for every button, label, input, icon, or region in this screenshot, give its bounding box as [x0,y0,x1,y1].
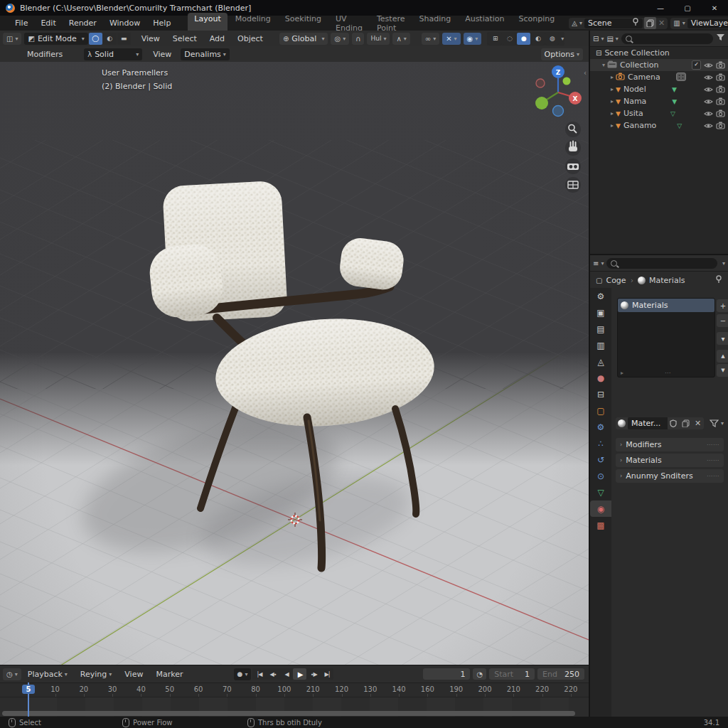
jump-to-end-button[interactable]: ▶| [320,668,333,680]
scene-field[interactable]: Scene [584,18,643,28]
menu-window[interactable]: Window [103,18,146,28]
properties-tab-view-layer[interactable]: ▥ [590,337,611,353]
properties-tab-tool[interactable]: ⚙ [590,288,611,304]
timeline-editor-button[interactable]: ◷▾ [3,668,21,680]
properties-editor-icon[interactable]: ≡ [593,259,599,267]
remove-slot-button[interactable]: − [717,314,728,327]
unlink-scene-icon[interactable]: ✕ [658,18,665,28]
snap-toggle[interactable]: ∩ [352,33,364,45]
prev-keyframe-button[interactable]: ◀∙ [266,668,279,680]
list-resize-grip[interactable]: ▸⋯ [618,368,714,377]
outliner-row-nama[interactable]: ▸▼Nama▼ [590,95,728,107]
viewport-menu-view[interactable]: View [135,34,166,43]
disable-render-camera-icon[interactable] [714,61,727,69]
browse-material-button[interactable] [616,417,628,429]
shading-rendered-button[interactable]: ◍ [545,33,559,45]
viewport-menu-add[interactable]: Add [203,34,231,43]
pin-icon[interactable] [632,18,639,28]
move-slot-down-button[interactable]: ▼ [717,364,728,377]
hide-eye-icon[interactable] [702,110,714,117]
menu-file[interactable]: File [9,18,34,28]
outliner-row-camena[interactable]: ▸Camena [590,71,728,83]
display-mode-icon[interactable]: ▤ [606,35,613,43]
breadcrumb-object[interactable]: Coge [606,276,626,285]
material-slot-row[interactable]: Materials [618,299,714,312]
menu-help[interactable]: Help [146,18,177,28]
hide-eye-icon[interactable] [702,86,714,93]
current-frame-field[interactable]: 1 [423,668,470,680]
tool-view-menu[interactable]: View [146,50,178,59]
region-collapse-icon[interactable]: ‹ [584,69,587,77]
timeline-scrollbar[interactable] [2,711,575,716]
gizmo-toggle[interactable]: ✕▾ [442,33,460,45]
viewport-menu-select[interactable]: Select [166,34,203,43]
hide-eye-icon[interactable] [702,62,714,69]
gizmo-plus-y[interactable] [563,77,571,85]
properties-tab-texture[interactable]: ▩ [590,517,611,533]
viewport-menu-object[interactable]: Object [231,34,269,43]
frame-end-field[interactable]: End250 [537,668,584,680]
shading-solid-sphere-icon[interactable]: ◌ [503,33,516,45]
disclosure-triangle-icon[interactable]: ▾ [600,62,607,68]
timeline-menu-marker[interactable]: Marker [149,670,189,679]
pin-icon[interactable] [715,275,722,286]
zoom-button[interactable] [565,122,581,137]
outliner-editor-icon[interactable]: ⊟ [593,35,599,43]
filter-icon[interactable] [716,33,725,43]
expand-arrow-icon[interactable]: ▸ [609,98,616,105]
properties-search-input[interactable] [606,258,717,269]
menu-render[interactable]: Render [63,18,103,28]
shading-material-button[interactable]: ◐ [531,33,545,45]
panel-header-modifiers[interactable]: ›Modifiers⋯⋯ [616,438,724,451]
outliner-row-ganamo[interactable]: ▸▼Ganamo▽ [590,119,728,132]
hide-eye-icon[interactable] [702,98,714,105]
scene-selector[interactable]: ◬▾ Scene ✕ [569,18,668,29]
unlink-material-icon[interactable]: ✕ [692,417,704,429]
face-select-toggle[interactable]: ▬ [117,33,131,45]
properties-tab-output[interactable]: ▤ [590,321,611,337]
options-dropdown[interactable]: Options▾ [541,48,583,60]
pivot-dropdown[interactable]: ◎▾ [331,33,349,45]
properties-tab-constraints[interactable]: ⊙ [590,468,611,484]
properties-tab-render[interactable]: ▣ [590,304,611,321]
expand-arrow-icon[interactable]: ▸ [609,110,616,117]
ortho-toggle-button[interactable] [565,177,581,193]
gizmo-minus-y[interactable] [535,97,548,109]
properties-tab-object-data[interactable]: ▽ [590,484,611,500]
close-button[interactable]: ✕ [701,0,728,16]
auto-key-button[interactable]: ●▾ [234,668,252,680]
outliner-row-collection[interactable]: ▾Collection✓ [590,59,728,71]
outliner-row-scene-collection[interactable]: ⊟Scene Collection [590,47,728,59]
breadcrumb-section[interactable]: Materials [649,276,685,285]
camera-view-button[interactable] [565,159,581,174]
properties-tab-modifiers[interactable]: ⚙ [590,419,611,435]
disable-render-camera-icon[interactable] [714,109,727,117]
gizmo-minus-x[interactable] [536,79,545,87]
expand-arrow-icon[interactable]: ▸ [609,86,616,92]
hide-eye-icon[interactable] [702,122,714,129]
properties-tab-particles[interactable]: ∴ [590,435,611,451]
next-keyframe-button[interactable]: ∙▶ [306,668,320,680]
timeline-ruler[interactable]: 5 10203040506070801002101201301401601902… [0,683,589,697]
properties-tab-world[interactable]: ● [590,370,611,386]
timeline-track-area[interactable] [0,697,589,718]
panel-header-materials[interactable]: ›Materials⋯⋯ [616,454,724,467]
properties-tab-scene[interactable]: ◬ [590,353,611,370]
play-reverse-button[interactable]: ◀ [279,668,293,680]
move-slot-up-button[interactable]: ▲ [717,350,728,363]
new-scene-icon[interactable] [644,17,656,29]
outliner-search-input[interactable] [621,33,713,44]
material-name-field[interactable]: Mater... [628,417,668,429]
disable-render-camera-icon[interactable] [714,85,727,93]
mode-dropdown[interactable]: ◩Edit Mode▾ [24,33,87,45]
edge-select-toggle[interactable]: ◐ [103,33,117,45]
hide-eye-icon[interactable] [702,74,714,81]
proportional-edit-button[interactable]: ∧▾ [392,33,410,45]
viewlayer-selector[interactable]: ▥▾ ViewLayer ⊕ ✕ [670,18,728,29]
shading-dropdown-icon[interactable]: ▾ [561,36,564,42]
pan-button[interactable] [565,140,581,156]
outliner-row-usita[interactable]: ▸▼Usita▽ [590,107,728,119]
disable-render-camera-icon[interactable] [714,122,727,129]
slot-specials-button[interactable]: ▾ [717,332,728,345]
shading-dropdown[interactable]: λSolid▾ [84,48,142,60]
